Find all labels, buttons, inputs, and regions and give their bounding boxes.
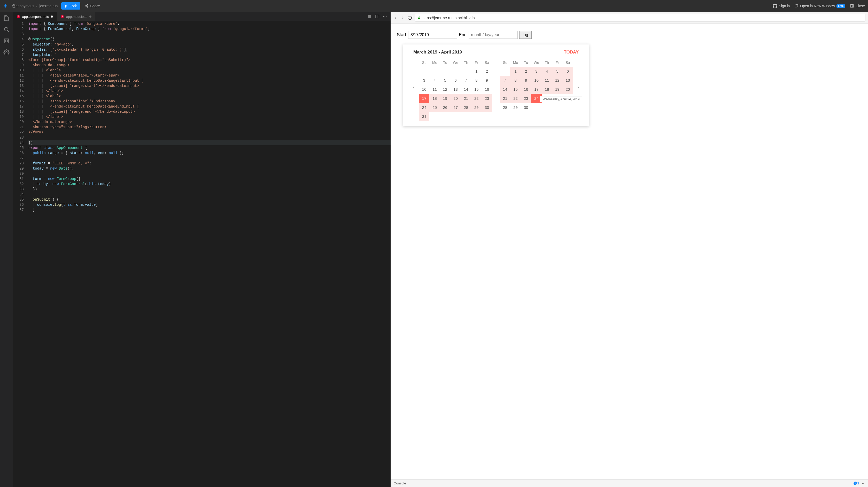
calendar-day[interactable]: 14 <box>500 85 510 94</box>
close-button[interactable]: Close <box>850 4 865 8</box>
calendar-day[interactable]: 28 <box>500 103 510 112</box>
end-date-input[interactable] <box>469 31 518 39</box>
split-icon[interactable] <box>375 15 379 19</box>
calendar-day[interactable]: 9 <box>482 76 492 85</box>
code-line[interactable]: format = "EEEE, MMMM d, y"; <box>28 161 391 166</box>
code-line[interactable]: | | | (value)]="range.end"></kendo-datei… <box>28 109 391 114</box>
code-line[interactable]: import { Component } from '@angular/core… <box>28 21 391 26</box>
calendar-day[interactable]: 20 <box>563 85 573 94</box>
calendar-day[interactable]: 1 <box>471 67 482 76</box>
code-line[interactable]: @Component({ <box>28 37 391 42</box>
calendar-day[interactable]: 6 <box>450 76 461 85</box>
fork-button[interactable]: Fork <box>61 2 80 9</box>
calendar-day[interactable]: 18 <box>542 85 552 94</box>
share-button[interactable]: Share <box>83 2 102 9</box>
calendar-day[interactable]: 10 <box>419 85 429 94</box>
code-line[interactable]: today = new Date(); <box>28 166 391 171</box>
code-line[interactable]: | | | <span class="label">End</span> <box>28 99 391 104</box>
calendar-day[interactable]: 19 <box>440 94 450 103</box>
calendar-day[interactable]: 14 <box>461 85 471 94</box>
calendar-day[interactable]: 4 <box>542 67 552 76</box>
calendar-day[interactable]: 11 <box>429 85 440 94</box>
calendar-day[interactable]: 22 <box>471 94 482 103</box>
code-line[interactable]: </form> <box>28 130 391 135</box>
code-line[interactable]: public range = { start: null, end: null … <box>28 150 391 155</box>
calendar-day[interactable]: 21 <box>461 94 471 103</box>
console-bar[interactable]: Console 1 <box>391 479 868 487</box>
code-line[interactable]: | | | <label> <box>28 93 391 99</box>
settings-icon[interactable] <box>3 49 9 55</box>
calendar-day[interactable]: 28 <box>461 103 471 112</box>
code-line[interactable]: <form [formGroup]="form" (submit)="onSub… <box>28 57 391 62</box>
signin-button[interactable]: Sign in <box>773 4 790 8</box>
calendar-day[interactable]: 17 <box>419 94 429 103</box>
code-line[interactable]: | | | (value)]="range.start"></kendo-dat… <box>28 83 391 88</box>
code-line[interactable]: </kendo-daterange> <box>28 119 391 124</box>
code-line[interactable]: | today: new FormControl(this.today) <box>28 181 391 187</box>
calendar-day[interactable]: 27 <box>450 103 461 112</box>
calendar-day[interactable]: 23 <box>521 94 531 103</box>
reload-icon[interactable] <box>408 16 412 20</box>
code-line[interactable]: ` <box>28 135 391 140</box>
code-line[interactable]: <kendo-daterange> <box>28 62 391 68</box>
code-line[interactable] <box>28 192 391 197</box>
breadcrumb-project[interactable]: jemrme.run <box>39 4 58 8</box>
files-icon[interactable] <box>3 15 9 21</box>
calendar-day[interactable]: 9 <box>521 76 531 85</box>
code-line[interactable]: selector: 'my-app', <box>28 42 391 47</box>
calendar-day[interactable]: 3 <box>531 67 541 76</box>
search-icon[interactable] <box>3 26 9 33</box>
calendar-day[interactable]: 15 <box>471 85 482 94</box>
calendar-day[interactable]: 18 <box>429 94 440 103</box>
code-line[interactable]: import { FormControl, FormGroup } from '… <box>28 26 391 32</box>
calendar-day[interactable]: 19 <box>552 85 562 94</box>
url-input[interactable]: https://jemrme.run.stackblitz.io <box>415 14 865 22</box>
code-line[interactable]: | | | <kendo-dateinput kendoDateRangeEnd… <box>28 104 391 109</box>
calendar-day[interactable]: 17 <box>531 85 541 94</box>
calendar-day[interactable]: 16 <box>482 85 492 94</box>
code-line[interactable]: } <box>28 207 391 212</box>
calendar-today-button[interactable]: TODAY <box>564 50 579 55</box>
calendar-day[interactable]: 7 <box>500 76 510 85</box>
code-line[interactable]: template: ` <box>28 52 391 57</box>
back-icon[interactable] <box>393 16 398 20</box>
code-line[interactable] <box>28 32 391 37</box>
calendar-day[interactable]: 1 <box>510 67 521 76</box>
code-line[interactable]: form = new FormGroup({ <box>28 176 391 181</box>
code-line[interactable]: | | | </label> <box>28 114 391 119</box>
start-date-input[interactable] <box>408 31 457 39</box>
calendar-day[interactable]: 13 <box>563 76 573 85</box>
code-line[interactable]: styles: ['.k-calendar { margin: 0 auto; … <box>28 47 391 52</box>
code-line[interactable]: | | | <label> <box>28 68 391 73</box>
calendar-day[interactable]: 30 <box>521 103 531 112</box>
calendar-day[interactable]: 5 <box>440 76 450 85</box>
calendar-day[interactable]: 4 <box>429 76 440 85</box>
code-line[interactable]: export class AppComponent { <box>28 145 391 150</box>
calendar-day[interactable]: 12 <box>552 76 562 85</box>
calendar-day[interactable]: 29 <box>471 103 482 112</box>
calendar-next-button[interactable]: › <box>575 58 581 90</box>
code-line[interactable]: }) <box>28 187 391 192</box>
code-line[interactable] <box>28 155 391 161</box>
calendar-day[interactable]: 8 <box>510 76 521 85</box>
calendar-day[interactable]: 12 <box>440 85 450 94</box>
code-line[interactable]: <button type="submit">log</button> <box>28 124 391 130</box>
forward-icon[interactable] <box>400 16 405 20</box>
calendar-day[interactable]: 20 <box>450 94 461 103</box>
log-button[interactable]: log <box>519 31 531 39</box>
calendar-day[interactable]: 3 <box>419 76 429 85</box>
chevron-up-icon[interactable] <box>861 482 865 485</box>
code-line[interactable]: | console.log(this.form.value) <box>28 202 391 207</box>
calendar-day[interactable]: 31 <box>419 112 429 121</box>
code-line[interactable]: onSubmit() { <box>28 197 391 202</box>
file-tab[interactable]: app.component.ts <box>13 12 57 21</box>
calendar-day[interactable]: 6 <box>563 67 573 76</box>
calendar-day[interactable]: 13 <box>450 85 461 94</box>
code-line[interactable]: }) <box>28 140 391 145</box>
calendar-title[interactable]: March 2019 - April 2019 <box>413 50 462 55</box>
breadcrumb-user[interactable]: @anonymous <box>12 4 34 8</box>
code-editor[interactable]: 1234567891011121314151617181920212223242… <box>13 21 391 487</box>
calendar-day[interactable]: 7 <box>461 76 471 85</box>
calendar-day[interactable]: 21 <box>500 94 510 103</box>
code-line[interactable]: | | | </label> <box>28 88 391 93</box>
